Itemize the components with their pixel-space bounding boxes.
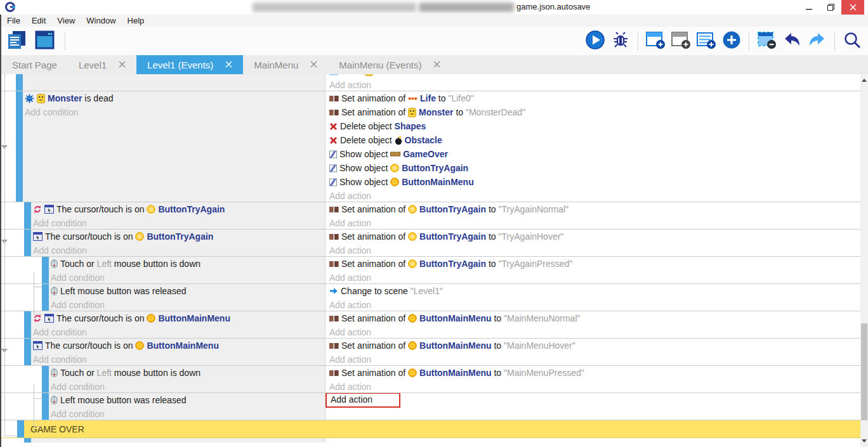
add-action-link[interactable]: Add action [329, 245, 371, 256]
menu-edit[interactable]: Edit [26, 15, 51, 27]
action-text[interactable]: Set animation of Monster to "MonsterDead… [329, 105, 860, 119]
add-comment-button[interactable] [695, 30, 717, 52]
condition-text[interactable]: The cursor/touch is on ButtonMainMenu [33, 339, 219, 353]
action-cell[interactable]: Set animation of ButtonTryAgain to "TryA… [325, 202, 860, 230]
comment-row[interactable]: GAME OVER [0, 420, 860, 438]
event-row[interactable]: The cursor/touch is on ButtonTryAgainAdd… [0, 202, 860, 230]
tab-start-page[interactable]: Start Page [1, 55, 68, 74]
add-action-link-highlighted[interactable]: Add action [326, 393, 400, 408]
tab-level1-events-[interactable]: Level1 (Events) [136, 55, 243, 74]
add-condition-link[interactable]: Add condition [33, 245, 87, 256]
undo-button[interactable] [781, 30, 803, 52]
add-condition-link[interactable]: Add condition [51, 409, 105, 419]
add-subevent-button[interactable] [670, 30, 692, 52]
add-condition-link[interactable]: Add condition [51, 273, 105, 283]
event-row[interactable]: The cursor/touch is on ButtonMainMenuAdd… [0, 339, 860, 366]
scrollbar-down-arrow[interactable] [862, 439, 867, 443]
event-row[interactable]: Left mouse button was releasedAdd condit… [0, 284, 860, 311]
add-condition-link[interactable]: Add condition [51, 382, 105, 392]
condition-text[interactable]: Left mouse button was released [51, 284, 186, 298]
debug-button[interactable] [610, 30, 631, 52]
action-cell[interactable]: Set animation of ButtonMainMenu to "Main… [325, 311, 860, 339]
action-text[interactable]: Set animation of ButtonTryAgain to "TryA… [329, 230, 860, 243]
action-cell[interactable]: Set animation of ButtonMainMenu to "Main… [325, 366, 860, 393]
search-button[interactable] [841, 30, 863, 52]
add-action-link[interactable]: Add action [329, 382, 371, 392]
close-button[interactable] [841, 0, 864, 15]
add-action-link[interactable]: Add action [329, 300, 371, 310]
action-text[interactable]: Delete object Shapes [329, 119, 860, 133]
tab-close-icon[interactable] [310, 60, 317, 70]
project-manager-button[interactable] [6, 30, 28, 52]
tab-mainmenu-events-[interactable]: MainMenu (Events) [328, 55, 451, 74]
add-action-link[interactable]: Add action [329, 273, 371, 283]
action-text[interactable]: Set animation of ButtonTryAgain to "TryA… [329, 257, 860, 271]
action-cell[interactable]: Set animation of ButtonTryAgain to "TryA… [325, 257, 860, 284]
add-action-link[interactable]: Add action [329, 327, 371, 337]
action-text[interactable]: Set animation of ButtonMainMenu to "Main… [329, 311, 860, 325]
toggle-disabled-button[interactable] [756, 30, 777, 52]
event-row[interactable]: Touch or Left mouse button is downAdd co… [0, 366, 860, 393]
add-action-link[interactable]: Add action [329, 218, 371, 228]
event-row[interactable]: Add conditionMake Monster blink for 1.5 … [0, 74, 860, 91]
add-action-link[interactable]: Add action [329, 354, 371, 365]
menu-window[interactable]: Window [81, 15, 121, 27]
event-row[interactable]: Touch or Left mouse button is downAdd co… [0, 257, 860, 284]
tab-mainmenu[interactable]: MainMenu [243, 55, 328, 74]
action-text[interactable]: Set animation of ButtonTryAgain to "TryA… [329, 202, 860, 216]
add-event-button[interactable] [645, 30, 666, 52]
add-condition-link[interactable]: Add condition [33, 218, 87, 228]
add-action-link[interactable]: Add action [329, 80, 371, 90]
action-cell[interactable]: Make Monster blink for 1.5 secondsAdd ac… [325, 74, 860, 91]
event-text-segment: Set animation of [341, 340, 408, 351]
event-row[interactable]: The cursor/touch is on ButtonMainMenuAdd… [0, 311, 860, 339]
event-row[interactable]: Left mouse button was releasedAdd condit… [0, 393, 860, 420]
action-text[interactable]: Change to scene "Level1" [329, 284, 860, 298]
menu-file[interactable]: File [1, 15, 26, 27]
condition-text[interactable]: The cursor/touch is on ButtonMainMenu [33, 311, 230, 325]
tree-connector-line [34, 314, 42, 315]
event-row[interactable]: Monster is deadAdd conditionSet animatio… [0, 91, 860, 202]
action-text[interactable]: Delete object Obstacle [329, 133, 860, 147]
tab-close-icon[interactable] [225, 60, 232, 70]
preview-play-button[interactable] [584, 30, 606, 52]
add-condition-link[interactable]: Add condition [33, 354, 87, 365]
action-text[interactable]: Show object GameOver [329, 147, 860, 161]
action-text[interactable]: Set animation of ButtonMainMenu to "Main… [329, 366, 860, 380]
action-text[interactable]: Show object ButtonTryAgain [329, 161, 860, 175]
scrollbar-up-arrow[interactable] [862, 79, 867, 82]
tab-close-icon[interactable] [433, 60, 440, 70]
event-row[interactable]: The cursor/touch is on ButtonTryAgainAdd… [0, 230, 860, 257]
action-cell[interactable]: Set animation of Life to "Life0"Set anim… [325, 91, 860, 202]
condition-text[interactable]: The cursor/touch is on ButtonTryAgain [33, 230, 213, 243]
action-text[interactable]: Set animation of ButtonMainMenu to "Main… [329, 339, 860, 353]
action-cell[interactable]: Add action [325, 393, 860, 420]
action-cell[interactable]: Set animation of ButtonTryAgain to "TryA… [325, 230, 860, 257]
action-text[interactable]: Set animation of Life to "Life0" [329, 91, 860, 105]
add-action-link[interactable]: Add action [329, 191, 371, 201]
action-cell[interactable]: Set animation of ButtonMainMenu to "Main… [325, 339, 860, 366]
event-indent-bar [24, 230, 31, 257]
scrollbar-thumb[interactable] [861, 323, 867, 420]
condition-text[interactable]: Left mouse button was released [51, 393, 186, 407]
minimize-button[interactable] [798, 0, 820, 15]
menu-help[interactable]: Help [122, 15, 150, 27]
add-condition-link[interactable]: Add condition [33, 327, 87, 337]
add-condition-link[interactable]: Add condition [51, 300, 105, 310]
add-condition-link[interactable]: Add condition [25, 74, 79, 76]
add-condition-link[interactable]: Add condition [25, 107, 79, 117]
tab-level1[interactable]: Level1 [68, 55, 136, 74]
redo-button[interactable] [806, 30, 828, 52]
action-cell[interactable]: Change to scene "Level1"Add action [325, 284, 860, 311]
action-text[interactable]: Show object ButtonMainMenu [329, 175, 860, 189]
vertical-scrollbar[interactable] [860, 74, 868, 447]
condition-text[interactable]: Monster is dead [25, 91, 114, 105]
tab-close-icon[interactable] [119, 60, 126, 70]
add-new-button[interactable] [721, 30, 742, 52]
condition-text[interactable]: Touch or Left mouse button is down [51, 366, 201, 380]
scene-editor-window-button[interactable] [34, 30, 56, 52]
condition-text[interactable]: The cursor/touch is on ButtonTryAgain [33, 202, 225, 216]
menu-view[interactable]: View [51, 15, 81, 27]
restore-button[interactable] [820, 0, 841, 15]
condition-text[interactable]: Touch or Left mouse button is down [51, 257, 201, 271]
